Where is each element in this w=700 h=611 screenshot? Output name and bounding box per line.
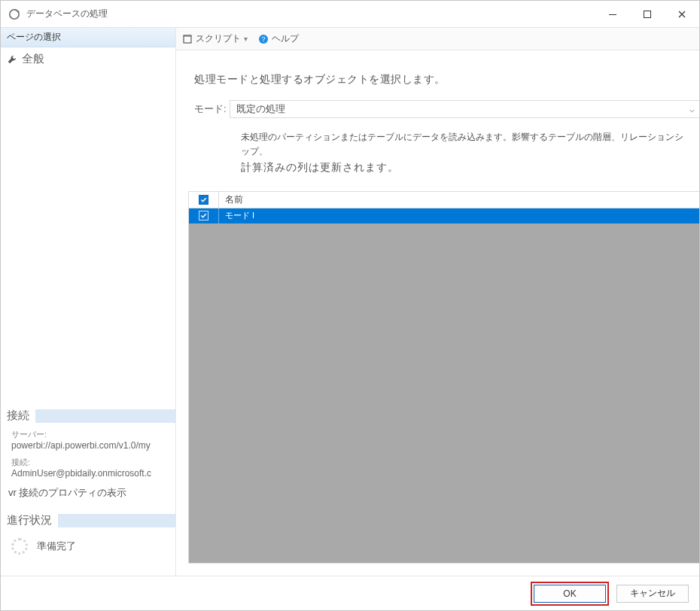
cancel-button[interactable]: キャンセル [616,585,689,603]
script-menu[interactable]: スクリプト ▾ [182,32,248,45]
connection-section-title: 接続 [1,404,35,427]
spinner-icon [11,538,28,555]
instruction-text: 処理モードと処理するオブジェクトを選択します。 [188,62,699,100]
mode-label: モード: [194,102,230,116]
dialog-footer: OK キャンセル [1,576,699,610]
sidebar: ページの選択 全般 接続 サーバー: powerbi://api.powerbi… [1,28,176,576]
connection-value: AdminUser@pbidaily.onmicrosoft.c [1,468,175,483]
svg-text:?: ? [261,35,265,43]
progress-section-title: 進行状況 [1,509,58,532]
titlebar: データベースの処理 [1,1,699,28]
mode-select[interactable]: 既定の処理 ⌵ [230,100,699,118]
svg-rect-3 [644,11,651,17]
server-label: サーバー: [1,427,175,440]
sidebar-page-label: 全般 [22,52,44,66]
checkbox-checked-icon [199,195,208,205]
checkbox-checked-icon [199,211,208,220]
table-row[interactable]: モード I [189,208,699,223]
script-icon [182,34,193,44]
dialog-body: ページの選択 全般 接続 サーバー: powerbi://api.powerbi… [1,28,699,576]
progress-section: 進行状況 準備完了 [1,509,175,576]
maximize-button[interactable] [630,1,665,28]
chevron-down-icon: ⌵ [689,105,695,114]
help-button[interactable]: ? ヘルプ [258,32,299,45]
connection-properties-link[interactable]: vr 接続のプロパティの表示 [1,483,175,503]
objects-table: 名前 モード I [188,191,699,564]
header-name[interactable]: 名前 [219,192,699,208]
server-value: powerbi://api.powerbi.com/v1.0/my [1,440,175,455]
connection-label: 接続: [1,455,175,468]
connection-stripe [35,409,175,423]
row-checkbox-cell[interactable] [189,208,219,223]
mode-select-value: 既定の処理 [236,102,285,116]
progress-status: 準備完了 [37,540,76,553]
connection-section: 接続 サーバー: powerbi://api.powerbi.com/v1.0/… [1,404,175,509]
main-panel: スクリプト ▾ ? ヘルプ 処理モードと処理するオブジェクトを選択します。 モー… [176,28,699,576]
table-header: 名前 [189,192,699,208]
chevron-down-icon: ▾ [244,35,248,43]
toolbar: スクリプト ▾ ? ヘルプ [176,28,699,50]
mode-hint: 未処理のパーティションまたはテーブルにデータを読み込みます。影響するテーブルの階… [188,123,699,179]
row-name: モード I [219,208,699,223]
close-button[interactable] [665,1,699,28]
script-label: スクリプト [196,32,241,45]
mode-row: モード: 既定の処理 ⌵ [188,100,699,123]
wrench-icon [7,54,17,65]
mode-hint-line1: 未処理のパーティションまたはテーブルにデータを読み込みます。影響するテーブルの階… [241,130,690,159]
page-selection-header: ページの選択 [1,28,175,47]
help-icon: ? [258,34,269,44]
window-title: データベースの処理 [26,8,595,20]
progress-stripe [58,514,175,527]
header-checkbox-cell[interactable] [189,192,219,208]
minimize-button[interactable] [595,1,630,28]
help-label: ヘルプ [272,32,299,45]
ok-button[interactable]: OK [534,585,606,603]
dialog-window: データベースの処理 ページの選択 全般 接続 [0,0,700,611]
mode-hint-line2: 計算済みの列は更新されます。 [241,159,690,175]
app-icon [8,8,20,20]
sidebar-page-general[interactable]: 全般 [1,47,175,71]
ok-highlight: OK [531,582,609,606]
svg-rect-2 [609,14,616,15]
content-area: 処理モードと処理するオブジェクトを選択します。 モード: 既定の処理 ⌵ 未処理… [176,50,699,576]
